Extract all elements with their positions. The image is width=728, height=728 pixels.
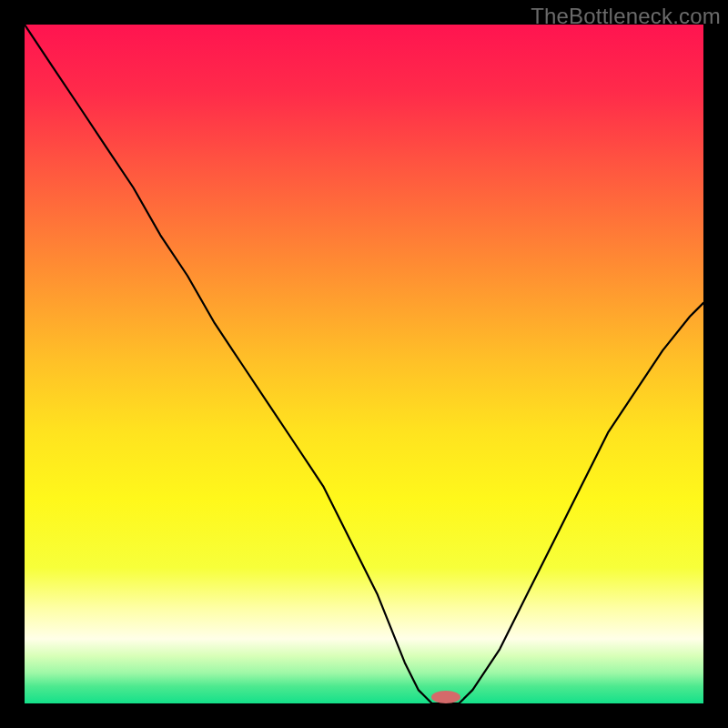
bottleneck-chart: [0, 0, 728, 728]
optimum-marker: [431, 691, 460, 703]
chart-frame: TheBottleneck.com: [0, 0, 728, 728]
gradient-background: [25, 25, 703, 703]
watermark-label: TheBottleneck.com: [531, 4, 721, 29]
